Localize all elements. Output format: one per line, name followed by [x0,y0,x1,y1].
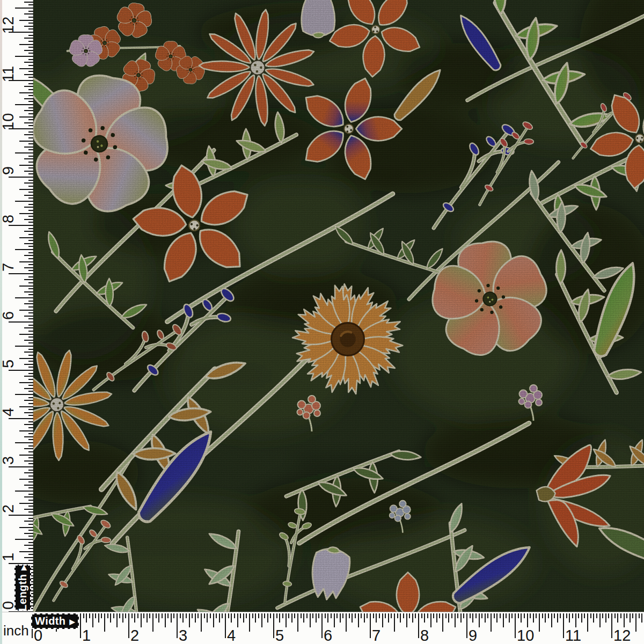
ruler-tick [581,613,582,623]
ruler-tick [28,41,33,42]
ruler-tick [270,613,271,618]
ruler-tick [318,613,319,618]
ruler-tick [92,613,93,627]
ruler-tick [195,613,196,623]
ruler-tick [246,613,247,618]
ruler-tick [98,613,99,623]
ruler-tick [267,613,268,623]
ruler-number: 10 [517,626,534,644]
ruler-tick [24,279,33,280]
ruler-number: 7 [0,259,17,275]
ruler-tick [28,385,33,386]
ruler-tick [28,59,33,60]
ruler-tick [15,346,33,347]
ruler-tick [28,445,33,447]
ruler-tick [171,613,172,623]
ruler-tick [28,301,33,302]
ruler-tick [273,613,274,638]
ruler-tick [28,494,33,495]
ruler-tick [19,213,33,214]
width-label-box: Width▶ [31,613,79,629]
ruler-tick [436,613,437,623]
ruler-tick [28,403,33,404]
ruler-tick [503,613,504,627]
length-label: Length [17,574,29,611]
ruler-number: 4 [0,404,17,420]
ruler-tick [28,167,33,169]
ruler-tick [352,613,353,623]
ruler-tick [197,613,199,618]
ruler-tick [563,613,564,638]
ruler-number: 5 [0,356,17,372]
ruler-tick [28,216,33,217]
ruler-tick [210,613,211,618]
ruler-tick [207,613,208,623]
ruler-tick [19,406,33,407]
ruler-tick [134,613,135,623]
ruler-tick [24,436,33,437]
ruler-tick [433,613,434,618]
ruler-tick [28,210,33,211]
ruler-tick [28,463,33,464]
ruler-number: 2 [130,626,139,644]
ruler-tick [617,613,618,623]
ruler-tick [28,391,33,392]
ruler-tick [86,613,87,623]
ruler-tick [131,613,133,618]
ruler-tick [240,613,241,618]
ruler-tick [28,325,33,326]
ruler-tick [28,252,33,253]
ruler-tick [494,613,495,618]
ruler-tick [24,316,33,317]
ruler-tick [24,545,33,546]
ruler-tick [19,503,33,504]
ruler-tick [28,379,33,380]
ruler-tick [291,613,292,623]
ruler-tick [204,613,205,618]
ruler-tick [28,470,33,471]
ruler-tick [28,415,33,416]
ruler-tick [442,613,443,632]
ruler-tick [19,358,33,359]
ruler-tick [28,95,33,96]
ruler-tick [137,613,138,618]
ruler-tick [391,613,392,618]
ruler-tick [28,282,33,283]
ruler-tick [24,219,33,220]
ruler-tick [24,267,33,268]
ruler-tick [506,613,507,618]
ruler-tick [167,613,169,618]
ruler-number: 1 [0,549,17,565]
ruler-tick [264,613,265,618]
ruler-tick [128,613,129,638]
ruler-tick [282,613,283,618]
ruler-tick [80,613,81,638]
ruler-tick [288,613,289,618]
ruler-number: 3 [179,626,187,644]
ruler-tick [596,613,597,618]
ruler-tick [28,246,33,247]
ruler-tick [15,297,33,298]
ruler-tick [527,613,528,627]
ruler-tick [28,530,33,531]
ruler-tick [587,613,588,632]
ruler-tick [19,286,33,287]
ruler-tick [575,613,576,627]
ruler-number: 5 [275,626,284,644]
ruler-tick [593,613,594,623]
ruler-tick [342,613,343,618]
ruler-tick [641,613,642,623]
ruler-tick [557,613,558,623]
ruler-tick [28,500,33,501]
ruler-tick [19,430,33,431]
ruler-tick [113,613,114,618]
ruler-tick [122,613,123,623]
ruler-tick [125,613,126,618]
ruler-number: 8 [420,626,429,644]
ruler-tick [545,613,546,623]
ruler-tick [28,53,33,54]
ruler-tick [460,613,462,623]
ruler-tick [19,189,33,190]
ruler-tick [28,554,33,555]
ruler-number: 11 [0,66,17,82]
